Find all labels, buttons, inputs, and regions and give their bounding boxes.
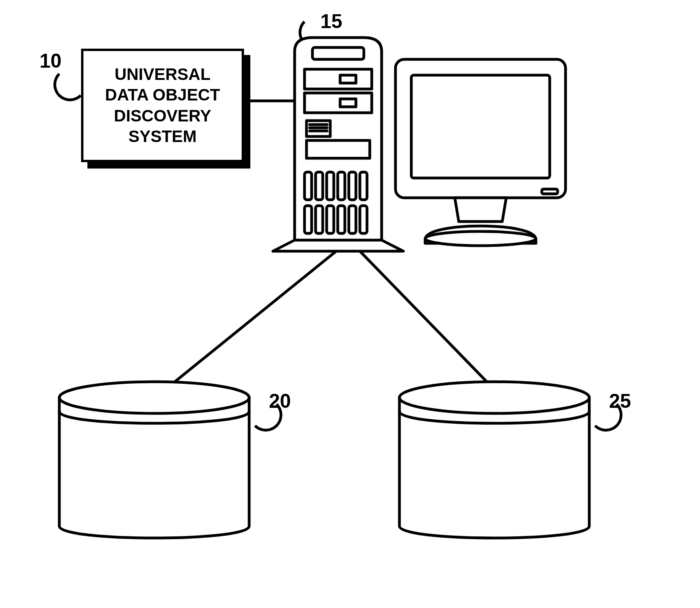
svg-rect-7 bbox=[340, 75, 356, 83]
db1-line2: 1 bbox=[149, 477, 159, 497]
diagram-canvas: UNIVERSAL DATA OBJECT DISCOVERY SYSTEM 1… bbox=[0, 0, 700, 608]
svg-rect-23 bbox=[327, 206, 334, 233]
svg-rect-21 bbox=[305, 206, 312, 233]
ref-db1-hook bbox=[249, 398, 282, 432]
svg-rect-22 bbox=[316, 206, 323, 233]
udods-box: UNIVERSAL DATA OBJECT DISCOVERY SYSTEM bbox=[81, 49, 244, 162]
db2-line2: 2 bbox=[489, 477, 499, 497]
udods-line4: SYSTEM bbox=[129, 127, 197, 146]
svg-rect-8 bbox=[305, 93, 372, 113]
svg-point-3 bbox=[59, 382, 249, 413]
udods-line2: DATA OBJECT bbox=[105, 85, 220, 104]
db2-line1: DATA SOURCE bbox=[429, 454, 560, 474]
svg-rect-25 bbox=[349, 206, 356, 233]
svg-rect-29 bbox=[542, 189, 558, 194]
svg-rect-6 bbox=[305, 69, 372, 89]
svg-rect-19 bbox=[349, 172, 356, 200]
db1-label: DATA SOURCE 1 bbox=[71, 453, 237, 498]
udods-line3: DISCOVERY bbox=[114, 106, 211, 125]
svg-line-1 bbox=[160, 251, 336, 394]
svg-rect-17 bbox=[327, 172, 334, 200]
ref-udods: 10 bbox=[40, 49, 62, 72]
udods-label: UNIVERSAL DATA OBJECT DISCOVERY SYSTEM bbox=[105, 64, 220, 147]
computer-tower-icon bbox=[273, 38, 403, 251]
svg-rect-28 bbox=[411, 75, 550, 178]
svg-rect-9 bbox=[340, 99, 356, 107]
ref-computer-hook bbox=[299, 16, 332, 49]
svg-rect-24 bbox=[338, 206, 345, 233]
svg-rect-27 bbox=[395, 59, 566, 198]
svg-rect-5 bbox=[312, 47, 364, 59]
svg-point-4 bbox=[399, 382, 589, 413]
svg-rect-14 bbox=[306, 140, 370, 158]
svg-rect-10 bbox=[306, 121, 330, 136]
ref-db2-hook bbox=[589, 398, 622, 432]
db1-line1: DATA SOURCE bbox=[89, 454, 219, 474]
ref-udods-hook bbox=[53, 68, 87, 101]
svg-rect-26 bbox=[360, 206, 367, 233]
svg-rect-15 bbox=[305, 172, 312, 200]
svg-rect-18 bbox=[338, 172, 345, 200]
udods-line1: UNIVERSAL bbox=[115, 65, 211, 83]
svg-rect-16 bbox=[316, 172, 323, 200]
svg-rect-20 bbox=[360, 172, 367, 200]
svg-line-2 bbox=[360, 251, 498, 394]
db2-label: DATA SOURCE 2 bbox=[411, 453, 577, 498]
computer-monitor-icon bbox=[395, 59, 566, 246]
svg-point-30 bbox=[425, 231, 536, 246]
